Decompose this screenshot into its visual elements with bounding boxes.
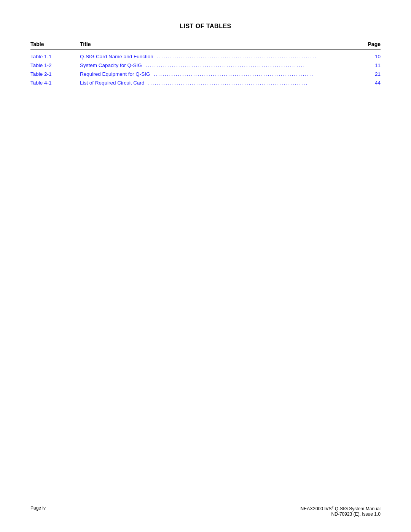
entry-dots-1: ........................................…	[153, 54, 358, 59]
entry-dots-2: ........................................…	[142, 62, 358, 68]
table-row[interactable]: Table 4-1 List of Required Circuit Card …	[30, 80, 381, 86]
entry-table-num-4: Table 4-1	[30, 80, 76, 86]
header-col-page: Page	[358, 41, 381, 47]
entry-dots-4: ........................................…	[145, 80, 358, 86]
header-col-table: Table	[30, 41, 76, 47]
entry-table-num-3: Table 2-1	[30, 71, 76, 77]
footer-right: NEAX2000 IVS2 Q-SIG System Manual ND-709…	[301, 505, 381, 517]
table-row[interactable]: Table 1-1 Q-SIG Card Name and Function .…	[30, 54, 381, 59]
entry-title-area-1: Q-SIG Card Name and Function ...........…	[76, 54, 358, 59]
footer-page-label: Page iv	[30, 505, 46, 511]
entry-table-num-1: Table 1-1	[30, 54, 76, 59]
table-header-row: Table Title Page	[30, 41, 381, 50]
table-entries-list: Table 1-1 Q-SIG Card Name and Function .…	[30, 54, 381, 86]
footer-doc-number: ND-70923 (E), Issue 1.0	[301, 511, 381, 517]
entry-page-num-1: 10	[358, 54, 381, 59]
footer-manual-title: NEAX2000 IVS2 Q-SIG System Manual	[301, 505, 381, 511]
entry-dots-3: ........................................…	[150, 71, 358, 77]
entry-page-num-2: 11	[358, 62, 381, 68]
entry-title-text-2: System Capacity for Q-SIG	[80, 62, 142, 68]
table-row[interactable]: Table 1-2 System Capacity for Q-SIG ....…	[30, 62, 381, 68]
entry-title-text-4: List of Required Circuit Card	[80, 80, 145, 86]
entry-page-num-4: 44	[358, 80, 381, 86]
entry-title-area-4: List of Required Circuit Card ..........…	[76, 80, 358, 86]
footer: Page iv NEAX2000 IVS2 Q-SIG System Manua…	[30, 502, 381, 517]
entry-title-text-1: Q-SIG Card Name and Function	[80, 54, 153, 59]
table-row[interactable]: Table 2-1 Required Equipment for Q-SIG .…	[30, 71, 381, 77]
entry-page-num-3: 21	[358, 71, 381, 77]
page-container: LIST OF TABLES Table Title Page Table 1-…	[0, 0, 411, 532]
page-title: LIST OF TABLES	[30, 23, 381, 30]
entry-title-text-3: Required Equipment for Q-SIG	[80, 71, 150, 77]
entry-table-num-2: Table 1-2	[30, 62, 76, 68]
entry-title-area-3: Required Equipment for Q-SIG ...........…	[76, 71, 358, 77]
header-col-title: Title	[76, 41, 358, 47]
entry-title-area-2: System Capacity for Q-SIG ..............…	[76, 62, 358, 68]
footer-superscript: 2	[332, 505, 334, 509]
